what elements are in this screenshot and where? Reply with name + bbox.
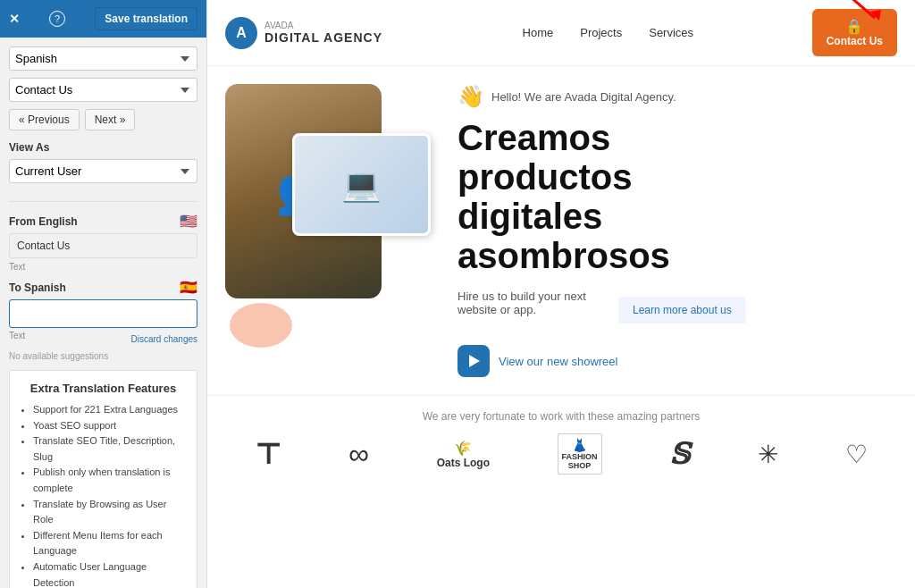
site-nav: Home Projects Services xyxy=(404,26,812,39)
logo-area: A Avada DIGITAL AGENCY xyxy=(225,17,404,49)
hero-headline: Creamos productos digitales asombrosos xyxy=(458,118,897,275)
close-icon[interactable]: ✕ xyxy=(9,12,20,26)
site-header: A Avada DIGITAL AGENCY Home Projects Ser… xyxy=(207,0,915,66)
hero-images-container: 👥 💻 xyxy=(225,84,431,352)
panel-header: ✕ ? Save translation xyxy=(0,0,206,38)
list-item: Yoast SEO support xyxy=(33,418,188,434)
translation-source-text: Contact Us xyxy=(9,233,197,258)
logo-avada: Avada xyxy=(264,21,382,30)
list-item: Different Menu Items for each Language xyxy=(33,528,188,559)
from-english-section: From English 🇺🇸 xyxy=(9,213,197,230)
source-field-type: Text xyxy=(9,262,197,272)
hero-section: 👥 💻 👋 Hello! We are Avada Digital Agency… xyxy=(207,66,915,395)
nav-services[interactable]: Services xyxy=(649,26,693,39)
hello-text: Hello! We are Avada Digital Agency. xyxy=(491,90,676,104)
next-button[interactable]: Next » xyxy=(85,109,136,130)
help-icon[interactable]: ? xyxy=(49,11,65,27)
logo-agency: DIGITAL AGENCY xyxy=(264,30,382,45)
target-field-type: Text xyxy=(9,331,25,340)
discard-changes-link[interactable]: Discard changes xyxy=(131,334,197,344)
view-as-select[interactable]: Current User xyxy=(9,159,197,183)
wave-emoji: 👋 xyxy=(458,84,484,109)
partner-logo-cross[interactable]: ✳ xyxy=(758,440,778,469)
pink-blob xyxy=(230,303,292,348)
showreel-row: View our new showreel xyxy=(458,345,897,377)
partner-logo-s[interactable]: 𝕊 xyxy=(669,437,690,471)
partners-section: We are very fortunate to work with these… xyxy=(207,395,915,489)
page-select[interactable]: Contact Us xyxy=(9,78,197,102)
list-item: Translate by Browsing as User Role xyxy=(33,497,188,528)
to-spanish-label: To Spanish xyxy=(9,281,66,294)
hero-text: 👋 Hello! We are Avada Digital Agency. Cr… xyxy=(449,84,897,377)
partner-logo-heart[interactable]: ♡ xyxy=(845,440,868,469)
partners-text: We are very fortunate to work with these… xyxy=(225,410,897,423)
list-item: Support for 221 Extra Languages xyxy=(33,402,188,418)
extra-features-box: Extra Translation Features Support for 2… xyxy=(9,370,197,588)
language-select[interactable]: Spanish xyxy=(9,46,197,71)
features-list: Support for 221 Extra Languages Yoast SE… xyxy=(19,402,188,588)
nav-home[interactable]: Home xyxy=(523,26,554,39)
partner-logo-infinity[interactable]: ∞ xyxy=(348,438,369,471)
translation-input[interactable] xyxy=(9,299,197,328)
main-content: A Avada DIGITAL AGENCY Home Projects Ser… xyxy=(207,0,915,588)
contact-button-label: Contact Us xyxy=(827,35,883,47)
logo-icon: A xyxy=(225,17,257,49)
svg-line-0 xyxy=(844,0,875,18)
prev-button[interactable]: « Previous xyxy=(9,109,80,130)
partner-logo-oats[interactable]: 🌾 Oats Logo xyxy=(437,440,490,469)
logo-text: Avada DIGITAL AGENCY xyxy=(264,21,382,45)
nav-buttons: « Previous Next » xyxy=(9,109,197,130)
list-item: Automatic User Language Detection xyxy=(33,559,188,588)
from-english-label: From English xyxy=(9,215,78,228)
list-item: Translate SEO Title, Description, Slug xyxy=(33,433,188,465)
view-as-label: View As xyxy=(9,141,197,154)
no-suggestions-text: No available suggestions xyxy=(9,351,197,361)
red-arrow-icon xyxy=(835,0,888,26)
save-translation-button[interactable]: Save translation xyxy=(95,7,197,30)
hello-row: 👋 Hello! We are Avada Digital Agency. xyxy=(458,84,897,109)
contact-btn-wrapper: 🔒 Contact Us xyxy=(812,9,897,56)
learn-more-button[interactable]: Learn more about us xyxy=(618,297,746,323)
partner-logo-fashion[interactable]: 👗 FASHION SHOP xyxy=(558,433,602,475)
english-flag: 🇺🇸 xyxy=(180,213,197,230)
input-footer: Text Discard changes xyxy=(9,331,197,348)
extra-features-title: Extra Translation Features xyxy=(19,382,188,395)
play-triangle-icon xyxy=(469,355,480,367)
play-button[interactable] xyxy=(458,345,490,377)
nav-projects[interactable]: Projects xyxy=(580,26,622,39)
panel-body: Spanish Contact Us « Previous Next » Vie… xyxy=(0,38,206,588)
showreel-text[interactable]: View our new showreel xyxy=(499,355,617,368)
hero-subtext: Hire us to build your next website or ap… xyxy=(458,290,600,316)
partners-logos: ⊤ ∞ 🌾 Oats Logo 👗 FASHION SHOP 𝕊 ✳ ♡ xyxy=(225,433,897,475)
to-spanish-section: To Spanish 🇪🇸 xyxy=(9,279,197,296)
hero-image-tablet: 💻 xyxy=(292,133,431,236)
left-panel: ✕ ? Save translation Spanish Contact Us … xyxy=(0,0,207,588)
spanish-flag: 🇪🇸 xyxy=(180,279,197,296)
list-item: Publish only when translation is complet… xyxy=(33,465,188,496)
partner-logo-t[interactable]: ⊤ xyxy=(255,437,281,471)
